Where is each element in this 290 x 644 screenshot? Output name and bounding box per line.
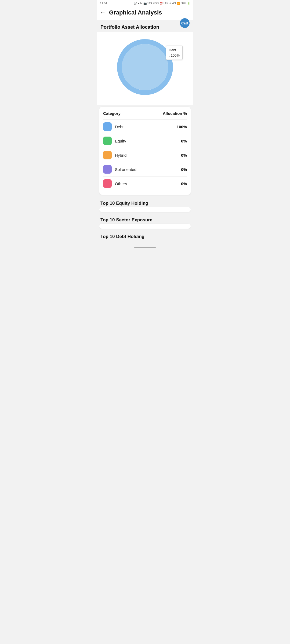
header: ← Graphical Analysis CaB (97, 6, 193, 20)
top10equity-card (99, 207, 191, 212)
table-rows: Debt 100% Equity 0% Hybrid 0% Sol orient… (103, 119, 187, 191)
col-allocation: Allocation % (163, 111, 187, 116)
row-left-4: Others (103, 179, 127, 188)
table-header: Category Allocation % (103, 111, 187, 116)
avatar: CaB (180, 18, 190, 28)
scroll-indicator (134, 247, 156, 248)
chart-container: Debt : 100% (97, 32, 193, 105)
allocation-value-4: 0% (181, 181, 187, 186)
category-name-4: Others (115, 181, 127, 186)
top10debt-title: Top 10 Debt Holding (100, 234, 190, 239)
color-indicator-3 (103, 165, 112, 174)
row-left-0: Debt (103, 122, 124, 131)
table-row: Sol oriented 0% (103, 162, 187, 176)
page-title: Graphical Analysis (109, 9, 162, 16)
table-row: Hybrid 0% (103, 148, 187, 162)
chart-tooltip: Debt : 100% (166, 46, 183, 60)
category-name-0: Debt (115, 125, 124, 129)
allocation-value-2: 0% (181, 153, 187, 158)
back-button[interactable]: ← (100, 9, 106, 16)
col-category: Category (103, 111, 121, 116)
top10debt-section: Top 10 Debt Holding (97, 230, 193, 240)
color-indicator-2 (103, 151, 112, 159)
color-indicator-4 (103, 179, 112, 188)
table-row: Debt 100% (103, 119, 187, 134)
row-left-2: Hybrid (103, 151, 126, 159)
category-name-1: Equity (115, 139, 126, 143)
top10sector-title: Top 10 Sector Exposure (97, 214, 193, 224)
portfolio-section-title: Portfolio Asset Allocation (97, 20, 193, 32)
status-time: 11:51 (100, 2, 107, 5)
color-indicator-1 (103, 137, 112, 145)
status-icons: 💬 ● M 📷 119 KB/S ⏰ LTE ⚛ 4G 📶 38% 🔋 (134, 2, 190, 5)
category-name-2: Hybrid (115, 153, 126, 158)
donut-chart: Debt : 100% (115, 38, 175, 97)
allocation-value-3: 0% (181, 167, 187, 172)
allocation-table-card: Category Allocation % Debt 100% Equity 0… (99, 107, 191, 195)
tooltip-value: : 100% (169, 53, 180, 58)
svg-point-2 (122, 44, 168, 90)
status-bar: 11:51 💬 ● M 📷 119 KB/S ⏰ LTE ⚛ 4G 📶 38% … (97, 0, 193, 6)
tooltip-label: Debt (169, 47, 180, 53)
top10sector-card (99, 224, 191, 229)
category-name-3: Sol oriented (115, 167, 136, 172)
row-left-3: Sol oriented (103, 165, 136, 174)
table-row: Equity 0% (103, 134, 187, 148)
allocation-value-0: 100% (177, 125, 187, 129)
color-indicator-0 (103, 122, 112, 131)
table-row: Others 0% (103, 176, 187, 191)
row-left-1: Equity (103, 137, 126, 145)
top10equity-title: Top 10 Equity Holding (97, 197, 193, 207)
allocation-value-1: 0% (181, 139, 187, 143)
